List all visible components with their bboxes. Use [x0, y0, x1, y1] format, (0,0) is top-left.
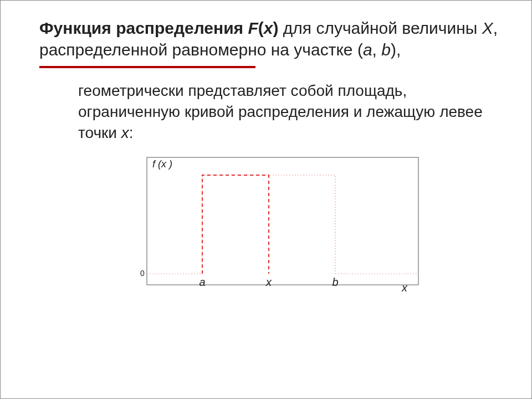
plot-border	[147, 157, 418, 285]
body-line: геометрически представляет собой площадь…	[78, 82, 483, 141]
tick-x: x	[265, 276, 272, 288]
slide: Функция распределения F(x) для случайной…	[0, 0, 532, 399]
title-b: b	[381, 40, 391, 59]
x-axis-label: x	[401, 282, 408, 294]
chart-svg: f (x ) 0 x a x b	[125, 153, 424, 297]
title-F: F	[248, 19, 258, 37]
title-underline	[39, 66, 255, 68]
title-X: X	[482, 19, 493, 37]
title-a: a	[363, 40, 372, 59]
tick-a: a	[199, 276, 205, 288]
title-rest: для случайной величины	[278, 19, 482, 37]
tick-b: b	[332, 276, 338, 288]
body-x: x	[121, 124, 129, 141]
slide-title: Функция распределения F(x) для случайной…	[39, 17, 509, 60]
chart: f (x ) 0 x a x b	[39, 153, 509, 297]
title-bold: Функция распределения	[39, 19, 248, 37]
title-x: x	[264, 19, 273, 37]
body-text: геометрически представляет собой площадь…	[78, 80, 487, 143]
y-axis-label: f (x )	[152, 158, 172, 170]
shaded-region-outline	[202, 175, 269, 274]
origin-label: 0	[140, 269, 145, 278]
